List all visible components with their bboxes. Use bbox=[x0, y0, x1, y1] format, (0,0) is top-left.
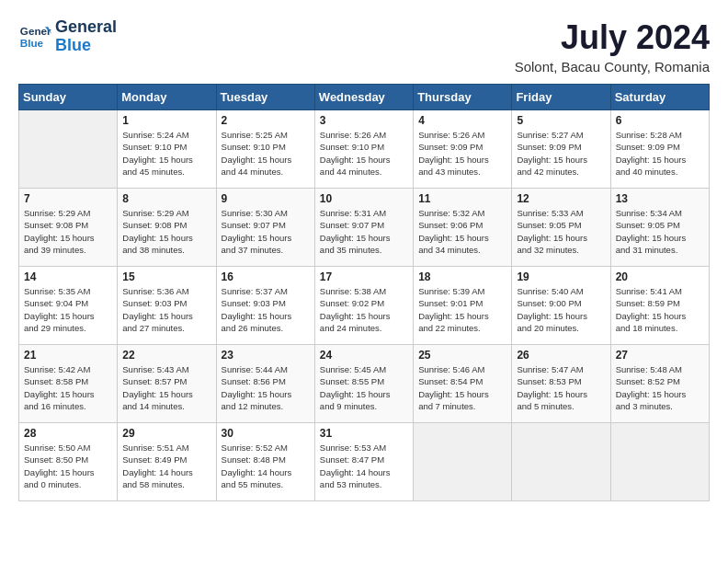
calendar-cell: 4Sunrise: 5:26 AM Sunset: 9:09 PM Daylig… bbox=[414, 110, 512, 189]
day-number: 15 bbox=[122, 270, 210, 283]
day-number: 24 bbox=[320, 349, 408, 362]
day-info: Sunrise: 5:51 AM Sunset: 8:49 PM Dayligh… bbox=[122, 442, 210, 490]
logo-text: General bbox=[55, 17, 117, 36]
day-info: Sunrise: 5:26 AM Sunset: 9:10 PM Dayligh… bbox=[320, 129, 408, 178]
calendar-cell: 21Sunrise: 5:42 AM Sunset: 8:58 PM Dayli… bbox=[19, 345, 118, 423]
calendar-cell: 9Sunrise: 5:30 AM Sunset: 9:07 PM Daylig… bbox=[216, 189, 314, 267]
calendar-cell: 1Sunrise: 5:24 AM Sunset: 9:10 PM Daylig… bbox=[118, 110, 216, 189]
day-number: 3 bbox=[320, 114, 408, 127]
day-number: 31 bbox=[320, 427, 408, 440]
day-number: 20 bbox=[616, 270, 704, 283]
day-info: Sunrise: 5:30 AM Sunset: 9:07 PM Dayligh… bbox=[222, 207, 310, 256]
day-info: Sunrise: 5:48 AM Sunset: 8:52 PM Dayligh… bbox=[616, 363, 704, 412]
calendar-cell: 3Sunrise: 5:26 AM Sunset: 9:10 PM Daylig… bbox=[314, 110, 413, 189]
day-info: Sunrise: 5:34 AM Sunset: 9:05 PM Dayligh… bbox=[616, 207, 704, 256]
day-info: Sunrise: 5:24 AM Sunset: 9:10 PM Dayligh… bbox=[122, 129, 210, 178]
weekday-header-monday: Monday bbox=[118, 85, 216, 110]
calendar-cell: 26Sunrise: 5:47 AM Sunset: 8:53 PM Dayli… bbox=[512, 345, 610, 423]
day-number: 8 bbox=[122, 192, 210, 205]
day-info: Sunrise: 5:37 AM Sunset: 9:03 PM Dayligh… bbox=[222, 285, 310, 334]
day-info: Sunrise: 5:33 AM Sunset: 9:05 PM Dayligh… bbox=[517, 207, 605, 256]
calendar-cell bbox=[610, 423, 709, 501]
day-info: Sunrise: 5:53 AM Sunset: 8:47 PM Dayligh… bbox=[320, 442, 408, 490]
day-info: Sunrise: 5:27 AM Sunset: 9:09 PM Dayligh… bbox=[517, 129, 605, 178]
day-number: 29 bbox=[122, 427, 210, 440]
day-info: Sunrise: 5:36 AM Sunset: 9:03 PM Dayligh… bbox=[122, 285, 210, 334]
calendar-week-5: 28Sunrise: 5:50 AM Sunset: 8:50 PM Dayli… bbox=[19, 423, 710, 501]
day-number: 11 bbox=[418, 192, 506, 205]
calendar-week-1: 1Sunrise: 5:24 AM Sunset: 9:10 PM Daylig… bbox=[19, 110, 710, 189]
day-number: 5 bbox=[517, 114, 605, 127]
calendar-cell: 15Sunrise: 5:36 AM Sunset: 9:03 PM Dayli… bbox=[118, 267, 216, 345]
page-header: General Blue General Blue July 2024 Solo… bbox=[18, 18, 710, 75]
day-info: Sunrise: 5:41 AM Sunset: 8:59 PM Dayligh… bbox=[616, 285, 704, 334]
day-number: 26 bbox=[517, 349, 605, 362]
logo-subtext: Blue bbox=[55, 36, 91, 54]
day-info: Sunrise: 5:40 AM Sunset: 9:00 PM Dayligh… bbox=[517, 285, 605, 334]
day-info: Sunrise: 5:26 AM Sunset: 9:09 PM Dayligh… bbox=[418, 129, 506, 178]
calendar-cell: 18Sunrise: 5:39 AM Sunset: 9:01 PM Dayli… bbox=[414, 267, 512, 345]
calendar-cell: 16Sunrise: 5:37 AM Sunset: 9:03 PM Dayli… bbox=[216, 267, 314, 345]
day-info: Sunrise: 5:45 AM Sunset: 8:55 PM Dayligh… bbox=[320, 363, 408, 412]
day-info: Sunrise: 5:28 AM Sunset: 9:09 PM Dayligh… bbox=[616, 129, 704, 178]
calendar-cell: 14Sunrise: 5:35 AM Sunset: 9:04 PM Dayli… bbox=[19, 267, 118, 345]
day-number: 23 bbox=[222, 349, 310, 362]
day-number: 17 bbox=[320, 270, 408, 283]
day-number: 18 bbox=[418, 270, 506, 283]
day-info: Sunrise: 5:39 AM Sunset: 9:01 PM Dayligh… bbox=[418, 285, 506, 334]
day-number: 30 bbox=[222, 427, 310, 440]
day-info: Sunrise: 5:29 AM Sunset: 9:08 PM Dayligh… bbox=[24, 207, 112, 256]
calendar-week-2: 7Sunrise: 5:29 AM Sunset: 9:08 PM Daylig… bbox=[19, 189, 710, 267]
calendar-cell: 11Sunrise: 5:32 AM Sunset: 9:06 PM Dayli… bbox=[414, 189, 512, 267]
day-number: 28 bbox=[24, 427, 112, 440]
calendar-cell: 29Sunrise: 5:51 AM Sunset: 8:49 PM Dayli… bbox=[118, 423, 216, 501]
day-number: 2 bbox=[222, 114, 310, 127]
day-number: 14 bbox=[24, 270, 112, 283]
weekday-header-thursday: Thursday bbox=[414, 85, 512, 110]
calendar-cell: 17Sunrise: 5:38 AM Sunset: 9:02 PM Dayli… bbox=[314, 267, 413, 345]
day-info: Sunrise: 5:43 AM Sunset: 8:57 PM Dayligh… bbox=[122, 363, 210, 412]
title-section: July 2024 Solont, Bacau County, Romania bbox=[515, 18, 710, 75]
day-number: 4 bbox=[418, 114, 506, 127]
month-year-title: July 2024 bbox=[515, 18, 710, 57]
day-number: 10 bbox=[320, 192, 408, 205]
day-number: 6 bbox=[616, 114, 704, 127]
calendar-cell bbox=[414, 423, 512, 501]
day-info: Sunrise: 5:47 AM Sunset: 8:53 PM Dayligh… bbox=[517, 363, 605, 412]
calendar-cell: 7Sunrise: 5:29 AM Sunset: 9:08 PM Daylig… bbox=[19, 189, 118, 267]
day-info: Sunrise: 5:46 AM Sunset: 8:54 PM Dayligh… bbox=[418, 363, 506, 412]
day-info: Sunrise: 5:29 AM Sunset: 9:08 PM Dayligh… bbox=[122, 207, 210, 256]
day-info: Sunrise: 5:38 AM Sunset: 9:02 PM Dayligh… bbox=[320, 285, 408, 334]
calendar-cell: 23Sunrise: 5:44 AM Sunset: 8:56 PM Dayli… bbox=[216, 345, 314, 423]
calendar-cell bbox=[19, 110, 118, 189]
day-info: Sunrise: 5:32 AM Sunset: 9:06 PM Dayligh… bbox=[418, 207, 506, 256]
svg-text:General: General bbox=[20, 25, 51, 37]
calendar-cell: 22Sunrise: 5:43 AM Sunset: 8:57 PM Dayli… bbox=[118, 345, 216, 423]
day-number: 27 bbox=[616, 349, 704, 362]
day-number: 25 bbox=[418, 349, 506, 362]
weekday-header-sunday: Sunday bbox=[19, 85, 118, 110]
day-number: 1 bbox=[122, 114, 210, 127]
day-info: Sunrise: 5:35 AM Sunset: 9:04 PM Dayligh… bbox=[24, 285, 112, 334]
weekday-header-friday: Friday bbox=[512, 85, 610, 110]
weekday-header-wednesday: Wednesday bbox=[314, 85, 413, 110]
day-number: 16 bbox=[222, 270, 310, 283]
day-info: Sunrise: 5:42 AM Sunset: 8:58 PM Dayligh… bbox=[24, 363, 112, 412]
calendar-cell: 12Sunrise: 5:33 AM Sunset: 9:05 PM Dayli… bbox=[512, 189, 610, 267]
calendar-cell: 30Sunrise: 5:52 AM Sunset: 8:48 PM Dayli… bbox=[216, 423, 314, 501]
day-info: Sunrise: 5:52 AM Sunset: 8:48 PM Dayligh… bbox=[222, 442, 310, 490]
logo-icon: General Blue bbox=[18, 20, 51, 53]
calendar-table: SundayMondayTuesdayWednesdayThursdayFrid… bbox=[18, 84, 710, 501]
location-subtitle: Solont, Bacau County, Romania bbox=[515, 59, 710, 75]
calendar-week-3: 14Sunrise: 5:35 AM Sunset: 9:04 PM Dayli… bbox=[19, 267, 710, 345]
calendar-cell: 10Sunrise: 5:31 AM Sunset: 9:07 PM Dayli… bbox=[314, 189, 413, 267]
day-number: 19 bbox=[517, 270, 605, 283]
calendar-cell: 8Sunrise: 5:29 AM Sunset: 9:08 PM Daylig… bbox=[118, 189, 216, 267]
calendar-header: SundayMondayTuesdayWednesdayThursdayFrid… bbox=[19, 85, 710, 110]
day-info: Sunrise: 5:44 AM Sunset: 8:56 PM Dayligh… bbox=[222, 363, 310, 412]
calendar-cell: 13Sunrise: 5:34 AM Sunset: 9:05 PM Dayli… bbox=[610, 189, 709, 267]
day-number: 9 bbox=[222, 192, 310, 205]
weekday-header-tuesday: Tuesday bbox=[216, 85, 314, 110]
weekday-header-saturday: Saturday bbox=[610, 85, 709, 110]
calendar-cell: 31Sunrise: 5:53 AM Sunset: 8:47 PM Dayli… bbox=[314, 423, 413, 501]
